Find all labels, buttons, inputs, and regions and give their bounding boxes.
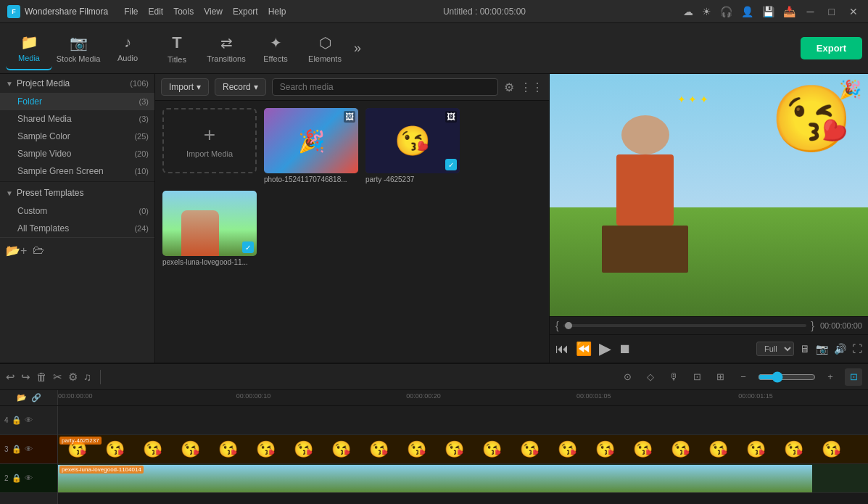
save-icon[interactable]: 💾 — [762, 6, 774, 17]
track-label-4: 4 🔒 👁 — [0, 406, 57, 435]
camera-icon[interactable]: 📷 — [816, 343, 828, 355]
menu-help[interactable]: Help — [268, 7, 286, 17]
pexels-check: ✓ — [242, 241, 254, 253]
fit-icon[interactable]: ⊡ — [845, 368, 862, 386]
media-panel: Import ▾ Record ▾ ⚙ ⋮⋮ + Import Media 🎉 — [155, 74, 549, 363]
expand-button[interactable]: » — [354, 41, 361, 56]
redo-button[interactable]: ↪ — [21, 371, 30, 384]
menu-view[interactable]: View — [204, 7, 223, 17]
lock-icon-4[interactable]: 🔒 — [12, 416, 22, 425]
export-button[interactable]: Export — [801, 37, 862, 59]
monitor-icon[interactable]: 🖥 — [800, 343, 810, 355]
fullscreen-icon[interactable]: ⛶ — [852, 343, 862, 355]
emoji-frame-21: 😘 — [812, 436, 850, 463]
sun-icon[interactable]: ☀ — [702, 6, 711, 17]
split-icon[interactable]: ⊡ — [688, 368, 706, 386]
preview-timeline[interactable] — [563, 324, 807, 327]
mask-icon[interactable]: ◇ — [642, 368, 659, 386]
preset-templates-header[interactable]: ▼ Preset Templates — [0, 183, 154, 202]
quality-select[interactable]: Full — [756, 342, 794, 356]
mic-icon[interactable]: 🎙 — [665, 368, 682, 386]
lock-icon-3[interactable]: 🔒 — [12, 445, 22, 454]
minimize-button[interactable]: ─ — [804, 6, 817, 17]
volume-icon[interactable]: 🔊 — [834, 343, 846, 355]
add-track-button[interactable]: 📂 🔗 — [0, 390, 58, 405]
panel-item-custom[interactable]: Custom (0) — [0, 202, 154, 220]
title-bar-right: ☁ ☀ 🎧 👤 💾 📥 ─ □ ✕ — [683, 6, 861, 17]
panel-item-sample-color[interactable]: Sample Color (25) — [0, 128, 154, 145]
lock-icon-2[interactable]: 🔒 — [12, 474, 22, 483]
cloud-icon[interactable]: ☁ — [683, 6, 693, 17]
headphone-icon[interactable]: 🎧 — [720, 6, 732, 17]
emoji-frame-13: 😘 — [511, 436, 548, 463]
media-item-photo1[interactable]: 🎉 🖼 photo-15241170746818... — [264, 108, 358, 183]
import-button[interactable]: Import ▾ — [161, 78, 209, 96]
preview-panel: 😘 🎉 ✦ ✦ ✦ { } 00:00:00:00 ⏮ ⏪ ▶ ⏹ — [549, 74, 868, 363]
tool-media[interactable]: 📁 Media — [6, 27, 52, 70]
motion-icon[interactable]: ⊙ — [619, 368, 636, 386]
emoji-frame-15: 😘 — [586, 436, 624, 463]
grid-icon[interactable]: ⋮⋮ — [520, 80, 543, 94]
panel-item-folder[interactable]: Folder (3) — [0, 93, 154, 110]
media-thumb-photo1: 🎉 🖼 — [264, 108, 358, 173]
pexels-thumb-17 — [661, 465, 699, 492]
crop-icon[interactable]: ⊞ — [711, 368, 729, 386]
zoom-out-icon[interactable]: − — [735, 368, 752, 386]
close-button[interactable]: ✕ — [846, 6, 861, 17]
filter-icon[interactable]: ⚙ — [504, 80, 514, 94]
panel-item-sample-green[interactable]: Sample Green Screen (10) — [0, 162, 154, 180]
eye-icon-4[interactable]: 👁 — [25, 416, 33, 425]
panel-item-shared-media[interactable]: Shared Media (3) — [0, 110, 154, 128]
menu-export[interactable]: Export — [233, 7, 258, 17]
frame-back-button[interactable]: ⏪ — [576, 341, 592, 357]
track-row-2[interactable]: pexels-luna-lovegood-1104014 — [58, 464, 868, 493]
media-item-party[interactable]: 😘 🖼 ✓ party -4625237 — [365, 108, 460, 183]
eye-icon-3[interactable]: 👁 — [25, 445, 33, 454]
media-item-pexels[interactable]: ✓ pexels-luna-lovegood-11... — [162, 191, 257, 266]
track-label-2: 2 🔒 👁 — [0, 464, 57, 493]
toolbar-separator — [100, 370, 101, 384]
tool-titles[interactable]: T Titles — [154, 27, 200, 70]
adjust-button[interactable]: ⚙ — [68, 371, 78, 384]
play-button[interactable]: ▶ — [599, 339, 611, 358]
track-row-3[interactable]: party-4625237 😘 😘 😘 😘 😘 😘 😘 😘 😘 😘 😘 😘 😘 … — [58, 435, 868, 464]
zoom-in-icon[interactable]: + — [822, 368, 839, 386]
menu-edit[interactable]: Edit — [149, 7, 164, 17]
track-icons-4: 🔒 👁 — [12, 416, 33, 425]
project-media-chevron: ▼ — [6, 80, 13, 88]
panel-divider — [0, 181, 154, 182]
eye-icon-2[interactable]: 👁 — [25, 474, 33, 483]
zoom-slider[interactable] — [758, 371, 816, 383]
maximize-button[interactable]: □ — [826, 6, 838, 17]
user-icon[interactable]: 👤 — [741, 6, 753, 17]
undo-button[interactable]: ↩ — [6, 371, 15, 384]
import-media-placeholder[interactable]: + Import Media — [162, 108, 257, 173]
panel-item-all-templates[interactable]: All Templates (24) — [0, 220, 154, 237]
record-button[interactable]: Record ▾ — [215, 78, 266, 96]
panel-item-sample-video[interactable]: Sample Video (20) — [0, 145, 154, 162]
delete-button[interactable]: 🗑 — [36, 371, 47, 383]
add-folder-icon[interactable]: 📂+ — [6, 244, 27, 257]
project-media-header[interactable]: ▼ Project Media (106) — [0, 74, 154, 93]
download-icon[interactable]: 📥 — [783, 6, 795, 17]
pexels-thumb-7 — [284, 465, 322, 492]
search-input[interactable] — [272, 78, 498, 96]
preview-playhead[interactable] — [565, 322, 572, 329]
tool-transitions[interactable]: ⇄ Transitions — [203, 27, 249, 70]
bracket-close[interactable]: } — [811, 320, 814, 331]
new-folder-icon[interactable]: 🗁 — [33, 244, 44, 257]
menu-tools[interactable]: Tools — [173, 7, 194, 17]
pexels-thumb-8 — [322, 465, 360, 492]
cut-button[interactable]: ✂ — [53, 371, 62, 384]
tool-audio[interactable]: ♪ Audio — [104, 27, 151, 70]
tool-effects[interactable]: ✦ Effects — [252, 27, 299, 70]
tool-stock-media[interactable]: 📷 Stock Media — [55, 27, 102, 70]
menu-file[interactable]: File — [124, 7, 138, 17]
stop-button[interactable]: ⏹ — [619, 342, 632, 357]
track-num-3: 3 — [4, 445, 9, 453]
track-label-3: 3 🔒 👁 — [0, 435, 57, 464]
tool-elements[interactable]: ⬡ Elements — [302, 27, 348, 70]
bracket-open[interactable]: { — [555, 320, 559, 331]
audio-button[interactable]: ♫ — [83, 371, 91, 383]
step-back-button[interactable]: ⏮ — [555, 342, 569, 357]
